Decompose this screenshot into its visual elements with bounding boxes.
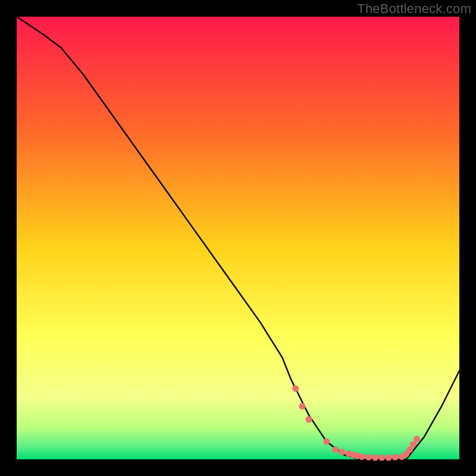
marker-dot [414, 436, 420, 442]
marker-dot [372, 455, 378, 461]
marker-dot [359, 453, 365, 460]
marker-dot [365, 454, 372, 461]
marker-dot [339, 449, 345, 455]
marker-dot [386, 455, 392, 461]
marker-dot [392, 454, 399, 461]
chart-stage: TheBottleneck.com [0, 0, 476, 476]
watermark-text: TheBottleneck.com [357, 1, 471, 17]
marker-dot [292, 386, 299, 392]
marker-dot [332, 446, 339, 453]
marker-dot [378, 455, 385, 461]
marker-dot [299, 403, 305, 409]
marker-dot [306, 416, 312, 423]
plot-background [17, 17, 459, 459]
chart-svg [0, 0, 476, 476]
marker-dot [323, 439, 330, 445]
